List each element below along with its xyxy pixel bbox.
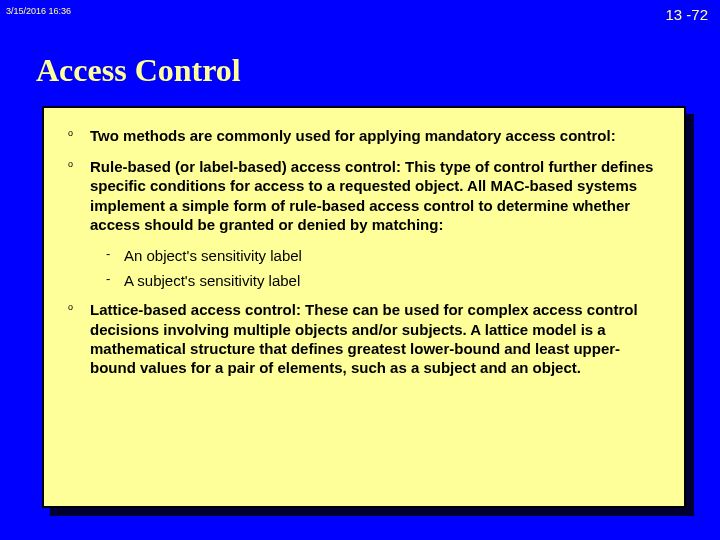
bullet-level2: A subject's sensitivity label [124, 271, 658, 290]
bullet-level2: An object's sensitivity label [124, 246, 658, 265]
page-title: Access Control [36, 52, 684, 89]
content-panel: Two methods are commonly used for applyi… [42, 106, 686, 508]
title-area: Access Control [36, 52, 684, 89]
timestamp: 3/15/2016 16:36 [6, 6, 71, 16]
slide-header: 3/15/2016 16:36 13 -72 [6, 6, 708, 24]
sub-bullet-group: An object's sensitivity label A subject'… [90, 246, 658, 290]
bullet-level1: Lattice-based access control: These can … [90, 300, 658, 377]
slide-number: 13 -72 [665, 6, 708, 23]
bullet-level1: Two methods are commonly used for applyi… [90, 126, 658, 145]
content-wrap: Two methods are commonly used for applyi… [42, 106, 686, 508]
bullet-level1: Rule-based (or label-based) access contr… [90, 157, 658, 234]
